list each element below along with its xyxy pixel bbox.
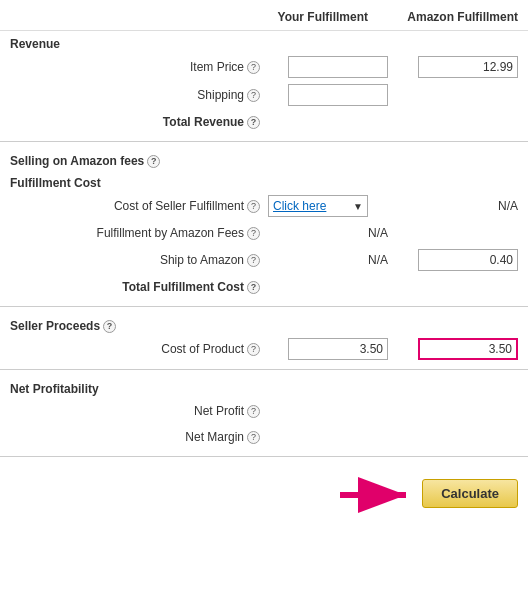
divider-3 xyxy=(0,369,528,370)
fba-fees-row: Fulfillment by Amazon Fees ? N/A xyxy=(0,220,528,246)
shipping-your-col xyxy=(268,84,388,106)
net-profit-row: Net Profit ? xyxy=(0,398,528,424)
column-headers: Your Fulfillment Amazon Fulfillment xyxy=(0,0,528,31)
total-fulfillment-help-icon[interactable]: ? xyxy=(247,281,260,294)
cost-seller-your-col: Click here ▼ xyxy=(268,195,388,217)
seller-proceeds-help-icon[interactable]: ? xyxy=(103,320,116,333)
item-price-amazon-col xyxy=(398,56,518,78)
dropdown-arrow-icon: ▼ xyxy=(353,201,363,212)
net-profitability-label: Net Profitability xyxy=(0,376,528,398)
ship-to-amazon-row: Ship to Amazon ? N/A xyxy=(0,246,528,274)
ship-to-amazon-help-icon[interactable]: ? xyxy=(247,254,260,267)
fba-fees-help-icon[interactable]: ? xyxy=(247,227,260,240)
cost-seller-fulfillment-row: Cost of Seller Fulfillment ? Click here … xyxy=(0,192,528,220)
divider-2 xyxy=(0,306,528,307)
item-price-your-col xyxy=(268,56,388,78)
calculate-area: Calculate xyxy=(0,463,528,523)
shipping-help-icon[interactable]: ? xyxy=(247,89,260,102)
seller-proceeds-label: Seller Proceeds ? xyxy=(0,313,528,335)
net-profit-label: Net Profit ? xyxy=(10,404,268,418)
shipping-row: Shipping ? xyxy=(0,81,528,109)
ship-to-amazon-your-col: N/A xyxy=(268,253,388,267)
your-fulfillment-header: Your Fulfillment xyxy=(228,10,368,24)
cost-of-product-label: Cost of Product ? xyxy=(10,342,268,356)
shipping-your-input[interactable] xyxy=(288,84,388,106)
ship-to-amazon-your-na: N/A xyxy=(368,253,388,267)
cost-of-product-help-icon[interactable]: ? xyxy=(247,343,260,356)
divider-1 xyxy=(0,141,528,142)
calculator-container: Your Fulfillment Amazon Fulfillment Reve… xyxy=(0,0,528,523)
fba-fees-your-na: N/A xyxy=(368,226,388,240)
item-price-label: Item Price ? xyxy=(10,60,268,74)
total-revenue-help-icon[interactable]: ? xyxy=(247,116,260,129)
fulfillment-cost-label: Fulfillment Cost xyxy=(0,170,528,192)
item-price-help-icon[interactable]: ? xyxy=(247,61,260,74)
cost-seller-fulfillment-label: Cost of Seller Fulfillment ? xyxy=(10,199,268,213)
cost-of-product-amazon-col xyxy=(398,338,518,360)
total-fulfillment-label: Total Fulfillment Cost ? xyxy=(10,280,268,294)
total-revenue-row: Total Revenue ? xyxy=(0,109,528,135)
click-here-link[interactable]: Click here xyxy=(273,199,326,213)
arrow-container xyxy=(336,473,416,513)
item-price-your-input[interactable] xyxy=(288,56,388,78)
cost-of-product-your-input[interactable] xyxy=(288,338,388,360)
ship-to-amazon-amazon-col xyxy=(398,249,518,271)
ship-to-amazon-label: Ship to Amazon ? xyxy=(10,253,268,267)
divider-4 xyxy=(0,456,528,457)
net-profit-help-icon[interactable]: ? xyxy=(247,405,260,418)
calculate-button[interactable]: Calculate xyxy=(422,479,518,508)
net-margin-help-icon[interactable]: ? xyxy=(247,431,260,444)
fba-fees-your-col: N/A xyxy=(268,226,388,240)
item-price-amazon-input[interactable] xyxy=(418,56,518,78)
total-revenue-label: Total Revenue ? xyxy=(10,115,268,129)
cost-of-product-row: Cost of Product ? xyxy=(0,335,528,363)
fba-fees-label: Fulfillment by Amazon Fees ? xyxy=(10,226,268,240)
cost-of-product-amazon-input[interactable] xyxy=(418,338,518,360)
cost-seller-amazon-col: N/A xyxy=(398,199,518,213)
selling-fees-help-icon[interactable]: ? xyxy=(147,155,160,168)
cost-seller-na: N/A xyxy=(498,199,518,213)
item-price-row: Item Price ? xyxy=(0,53,528,81)
total-fulfillment-row: Total Fulfillment Cost ? xyxy=(0,274,528,300)
cost-of-product-your-col xyxy=(268,338,388,360)
revenue-section-label: Revenue xyxy=(0,31,528,53)
amazon-fulfillment-header: Amazon Fulfillment xyxy=(378,10,518,24)
net-margin-label: Net Margin ? xyxy=(10,430,268,444)
selling-fees-label: Selling on Amazon fees ? xyxy=(0,148,528,170)
net-margin-row: Net Margin ? xyxy=(0,424,528,450)
cost-seller-help-icon[interactable]: ? xyxy=(247,200,260,213)
shipping-label: Shipping ? xyxy=(10,88,268,102)
click-here-button[interactable]: Click here ▼ xyxy=(268,195,368,217)
ship-to-amazon-input[interactable] xyxy=(418,249,518,271)
arrow-icon xyxy=(336,473,416,513)
